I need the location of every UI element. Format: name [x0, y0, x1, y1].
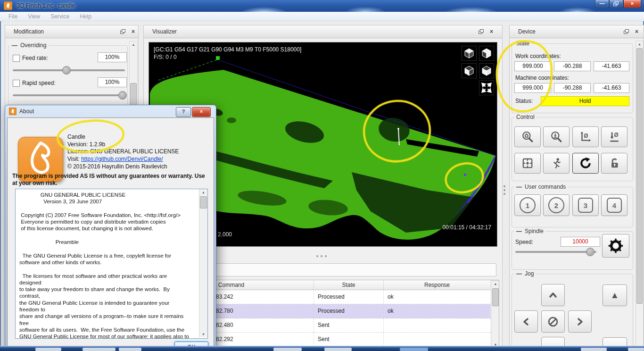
- taskbar-item[interactable]: [400, 348, 428, 351]
- fit-view-button[interactable]: [479, 80, 494, 95]
- jog-x-plus-button[interactable]: [568, 310, 592, 333]
- menu-help[interactable]: Help: [75, 12, 96, 21]
- jog-stop-button[interactable]: [541, 310, 565, 333]
- license-text-box[interactable]: GNU GENERAL PUBLIC LICENSE Version 3, 29…: [15, 189, 208, 339]
- scroll-up-icon[interactable]: ▲: [130, 43, 137, 46]
- collapse-icon[interactable]: —: [516, 184, 522, 190]
- view-front-button[interactable]: [462, 63, 477, 78]
- z-probe-button[interactable]: [543, 126, 570, 147]
- menu-file[interactable]: File: [4, 12, 22, 21]
- taskbar-item[interactable]: [119, 348, 141, 351]
- unlock-button[interactable]: [601, 153, 627, 174]
- restore-button[interactable]: [609, 0, 623, 8]
- scroll-down-icon[interactable]: ▼: [199, 333, 207, 336]
- chevron-left-icon: [520, 316, 532, 327]
- taskbar-item[interactable]: [273, 348, 302, 351]
- view-left-button[interactable]: [479, 63, 494, 78]
- spindle-toggle-button[interactable]: [602, 234, 629, 258]
- visualizer-panel-titlebar[interactable]: Visualizer ×: [144, 25, 502, 38]
- jog-z-plus-button[interactable]: ▲: [603, 284, 627, 306]
- feed-rate-checkbox[interactable]: [13, 55, 20, 62]
- splitter-handle[interactable]: [316, 255, 327, 257]
- rapid-speed-slider-thumb[interactable]: [118, 91, 127, 100]
- spindle-speed-slider[interactable]: [515, 251, 596, 253]
- license-scrollbar-thumb[interactable]: [200, 196, 207, 209]
- license-scrollbar[interactable]: ▲ ▼: [199, 189, 207, 337]
- zero-z-button[interactable]: Ø: [601, 126, 627, 147]
- close-panel-icon[interactable]: ×: [490, 29, 493, 34]
- github-link[interactable]: https://github.com/Denvi/Candle/: [81, 156, 163, 162]
- zero-xy-icon: Ø: [579, 131, 592, 143]
- elapsed-time: 00:01:15 / 04:32:17: [443, 224, 491, 231]
- device-scrollbar-thumb[interactable]: [636, 48, 643, 304]
- home-button[interactable]: [514, 126, 541, 147]
- machine-y-field[interactable]: -90.288: [554, 83, 591, 93]
- close-panel-icon[interactable]: ×: [635, 29, 638, 34]
- user-command-4-button[interactable]: 4: [601, 194, 627, 216]
- restore-origin-button[interactable]: [514, 153, 541, 174]
- window-titlebar[interactable]: 3D Finish 1.nc - candle — ×: [0, 0, 644, 12]
- user-command-2-button[interactable]: 2: [543, 194, 570, 216]
- taskbar-item[interactable]: [35, 348, 61, 351]
- dialog-close-button[interactable]: ×: [192, 107, 211, 117]
- rapid-speed-checkbox[interactable]: [13, 80, 20, 87]
- work-y-field[interactable]: -90.288: [554, 61, 591, 71]
- device-panel-titlebar[interactable]: Device ×: [510, 25, 644, 38]
- taskbar-item[interactable]: [581, 348, 607, 351]
- feed-rate-slider[interactable]: [13, 69, 125, 71]
- safe-position-button[interactable]: [543, 153, 570, 174]
- taskbar-item[interactable]: [324, 348, 352, 351]
- work-x-field[interactable]: 999.000: [514, 61, 551, 71]
- modification-panel-titlebar[interactable]: Modification ×: [5, 25, 138, 38]
- scroll-up-icon[interactable]: ▲: [492, 282, 499, 285]
- user-command-1-button[interactable]: 1: [514, 194, 541, 216]
- feed-rate-slider-thumb[interactable]: [62, 66, 71, 75]
- close-panel-icon[interactable]: ×: [132, 29, 135, 34]
- digit-4-icon: 4: [607, 198, 622, 213]
- taskbar-item[interactable]: [83, 348, 116, 351]
- view-top-button[interactable]: [462, 46, 477, 61]
- feed-rate-value[interactable]: 100%: [98, 52, 127, 62]
- rapid-speed-value[interactable]: 100%: [98, 77, 127, 87]
- dock-splitter-handle[interactable]: [504, 185, 505, 195]
- dialog-help-button[interactable]: ?: [176, 107, 191, 117]
- device-scrollbar[interactable]: ▲ ▼: [636, 41, 644, 351]
- scroll-up-icon[interactable]: ▲: [199, 191, 207, 194]
- console-scrollbar-thumb[interactable]: [492, 288, 499, 306]
- cube-left-icon: [480, 65, 493, 77]
- minimize-button[interactable]: —: [595, 0, 609, 8]
- rapid-speed-slider[interactable]: [13, 94, 125, 96]
- spindle-speed-field[interactable]: 10000: [561, 237, 600, 247]
- close-button[interactable]: ×: [623, 0, 641, 8]
- float-panel-icon[interactable]: [624, 29, 629, 34]
- float-panel-icon[interactable]: [479, 29, 484, 34]
- taskbar[interactable]: [0, 346, 644, 351]
- column-header-response[interactable]: Response: [384, 280, 491, 290]
- cell-state: Processed: [314, 290, 384, 304]
- machine-x-field[interactable]: 999.000: [514, 83, 551, 93]
- console-scrollbar[interactable]: ▲ ▼: [491, 280, 499, 348]
- spindle-slider-thumb[interactable]: [586, 248, 594, 256]
- cell-state: Processed: [314, 304, 384, 318]
- zero-xy-button[interactable]: Ø: [572, 126, 599, 147]
- float-panel-icon[interactable]: [120, 29, 125, 34]
- collapse-icon[interactable]: —: [516, 270, 522, 277]
- cell-state: Sent: [314, 318, 384, 333]
- highlighted-point: [464, 174, 466, 176]
- reset-button[interactable]: [572, 153, 599, 174]
- jog-y-plus-button[interactable]: [541, 284, 565, 306]
- collapse-icon[interactable]: —: [516, 228, 522, 234]
- jog-x-minus-button[interactable]: [514, 310, 538, 333]
- taskbar-item[interactable]: [628, 348, 644, 351]
- render-stats: 00:01:15 / 04:32:17 Buffer: 126 / 7 / 0 …: [443, 209, 491, 247]
- menu-view[interactable]: View: [23, 12, 45, 21]
- cube-top-icon: [463, 47, 475, 59]
- scroll-up-icon[interactable]: ▲: [636, 42, 643, 46]
- collapse-icon[interactable]: —: [12, 42, 17, 49]
- view-isometric-button[interactable]: [479, 46, 494, 61]
- work-z-field[interactable]: -41.663: [594, 61, 629, 71]
- machine-z-field[interactable]: -41.663: [594, 83, 629, 93]
- user-command-3-button[interactable]: 3: [572, 194, 599, 216]
- column-header-state[interactable]: State: [314, 280, 384, 290]
- menu-service[interactable]: Service: [46, 12, 74, 21]
